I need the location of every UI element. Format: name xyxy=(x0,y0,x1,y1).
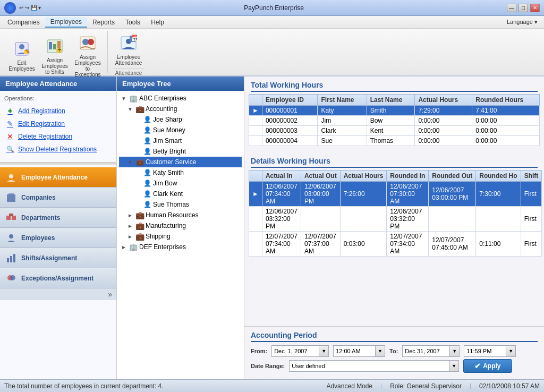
from-time-input[interactable] xyxy=(333,345,376,357)
tree-expand-shipping[interactable]: ► xyxy=(126,234,134,240)
nav-items: Employee Attendance Companies Department… xyxy=(0,167,116,379)
menu-reports[interactable]: Reports xyxy=(87,18,120,27)
show-deleted-button[interactable]: 🔍 Show Deleted Registrations xyxy=(4,143,112,156)
to-date-input-group[interactable]: ▼ xyxy=(402,345,460,357)
from-time-input-group[interactable]: ▼ xyxy=(333,345,385,357)
tree-expand-accounting[interactable]: ▼ xyxy=(126,106,134,112)
tree-folder-icon-hr: 💼 xyxy=(135,211,144,219)
from-date-dropdown-button[interactable]: ▼ xyxy=(319,345,329,357)
status-left-text: The total number of employees in current… xyxy=(4,382,164,390)
cell-rounded-in: 12/06/2007 07:30:00 AM xyxy=(387,182,429,207)
tree-expand-cs[interactable]: ▼ xyxy=(126,159,134,165)
menu-employees[interactable]: Employees xyxy=(45,17,87,28)
tree-item-clark-kent[interactable]: 👤 Clark Kent xyxy=(119,189,242,199)
table-row[interactable]: ► 12/06/2007 07:34:00 AM 12/06/2007 03:0… xyxy=(249,182,542,207)
nav-companies[interactable]: Companies xyxy=(0,188,116,208)
assign-exceptions-button[interactable]: Assign Employeesto Exceptions xyxy=(72,31,103,80)
tree-item-accounting[interactable]: ▼ 💼 Accounting xyxy=(119,104,242,114)
tree-item-abc[interactable]: ▼ 🏢 ABC Enterprises xyxy=(119,93,242,104)
tree-item-jim-smart[interactable]: 👤 Jim Smart xyxy=(119,135,242,146)
status-datetime: 02/10/2008 10:57 AM xyxy=(479,382,540,390)
tree-item-manufacturing[interactable]: ► 💼 Manufacturing xyxy=(119,220,242,231)
tree-item-sue-money[interactable]: 👤 Sue Money xyxy=(119,125,242,135)
from-time-dropdown-button[interactable]: ▼ xyxy=(376,345,385,357)
toolbar-group-attendance: 📅 EmployeeAttendance Attendance xyxy=(109,31,148,73)
tree-expand-hr[interactable]: ► xyxy=(126,212,134,218)
nav-shifts-assignment[interactable]: Shifts/Assignment xyxy=(0,248,116,268)
from-label: From: xyxy=(251,348,267,354)
tree-person-icon-katy: 👤 xyxy=(143,168,151,177)
tree-label-jim-bow: Jim Bow xyxy=(153,180,177,187)
to-time-input-group[interactable]: ▼ xyxy=(464,345,516,357)
col-actual-hours: Actual Hours xyxy=(415,95,472,106)
row-indicator xyxy=(249,232,262,257)
cell-last-name: Bow xyxy=(367,116,415,126)
table-row[interactable]: 000000004 Sue Thomas 0:00:00 0:00:00 xyxy=(249,136,540,146)
minimize-button[interactable]: — xyxy=(507,4,516,12)
tree-expand-def[interactable]: ► xyxy=(120,244,128,250)
cell-rounded-out xyxy=(429,207,476,232)
from-date-input-group[interactable]: ▼ xyxy=(271,345,329,357)
from-date-input[interactable] xyxy=(271,345,319,357)
nav-employee-attendance[interactable]: Employee Attendance xyxy=(0,167,116,188)
employee-attendance-button[interactable]: 📅 EmployeeAttendance xyxy=(113,31,144,69)
nav-more-button[interactable]: » xyxy=(0,288,116,300)
tree-item-sue-thomas[interactable]: 👤 Sue Thomas xyxy=(119,199,242,210)
table-row[interactable]: ► 000000001 Katy Smith 7:29:00 7:41:00 xyxy=(249,106,540,116)
show-deleted-icon: 🔍 xyxy=(5,144,15,154)
tree-item-joe-sharp[interactable]: 👤 Joe Sharp xyxy=(119,114,242,125)
col-rounded-ho: Rounded Ho xyxy=(476,171,521,182)
maximize-button[interactable]: □ xyxy=(518,4,528,12)
assign-shifts-button[interactable]: + Assign Employeesto Shifts xyxy=(39,34,70,78)
tree-item-human-resources[interactable]: ► 💼 Human Resources xyxy=(119,210,242,220)
table-row[interactable]: 12/07/2007 07:34:00 AM 12/07/2007 07:37:… xyxy=(249,232,542,257)
menu-help[interactable]: Help xyxy=(146,18,169,27)
details-working-hours-table: Actual In Actual Out Actual Hours Rounde… xyxy=(249,170,542,257)
nav-exceptions-assignment[interactable]: Exceptions/Assignment xyxy=(0,268,116,288)
date-range-dropdown-button[interactable]: ▼ xyxy=(449,360,459,372)
to-time-dropdown-button[interactable]: ▼ xyxy=(506,345,516,357)
tree-item-jim-bow[interactable]: 👤 Jim Bow xyxy=(119,178,242,189)
assign-shifts-icon: + xyxy=(45,37,64,56)
tree-item-customer-service[interactable]: ▼ 💼 Customer Service xyxy=(119,157,242,167)
menu-companies[interactable]: Companies xyxy=(2,18,45,27)
tree-item-def[interactable]: ► 🏢 DEF Enterprises xyxy=(119,242,242,252)
tree-container: ▼ 🏢 ABC Enterprises ▼ 💼 Accounting 👤 Joe… xyxy=(117,91,244,379)
tree-item-shipping[interactable]: ► 💼 Shipping xyxy=(119,231,242,242)
cell-employee-id: 000000002 xyxy=(262,116,318,126)
svg-rect-18 xyxy=(7,194,15,202)
tree-item-betty-bright[interactable]: 👤 Betty Bright xyxy=(119,146,242,157)
delete-registration-button[interactable]: ✕ Delete Registration xyxy=(4,130,112,143)
panel-divider[interactable] xyxy=(0,162,116,165)
svg-rect-6 xyxy=(53,44,56,49)
apply-button[interactable]: ✔ Apply xyxy=(463,359,512,373)
svg-text:📅: 📅 xyxy=(131,35,137,42)
nav-departments-icon xyxy=(5,212,17,224)
edit-employees-button[interactable]: ✎ EditEmployees xyxy=(6,37,37,74)
tree-item-katy-smith[interactable]: 👤 Katy Smith xyxy=(119,167,242,178)
toolbar-attendance-label: Attendance xyxy=(113,69,144,77)
menu-tools[interactable]: Tools xyxy=(120,18,146,27)
to-date-dropdown-button[interactable]: ▼ xyxy=(450,345,460,357)
apply-checkmark-icon: ✔ xyxy=(474,362,481,370)
to-date-input[interactable] xyxy=(402,345,450,357)
edit-registration-button[interactable]: ✎ Edit Registration xyxy=(4,117,112,130)
date-range-input-group[interactable]: ▼ xyxy=(289,360,459,372)
date-range-input[interactable] xyxy=(289,360,449,372)
to-time-input[interactable] xyxy=(464,345,506,357)
tree-expand-mfg[interactable]: ► xyxy=(126,223,134,229)
nav-departments[interactable]: Departments xyxy=(0,208,116,228)
tree-expand-abc[interactable]: ▼ xyxy=(120,96,128,101)
title-bar: ↩ ↪ 💾 ▾ PayPunch Enterprise — □ ✕ xyxy=(0,0,544,16)
employee-tree-header: Employee Tree xyxy=(117,76,244,91)
menu-bar: Companies Employees Reports Tools Help L… xyxy=(0,16,544,29)
language-button[interactable]: Language ▾ xyxy=(503,18,542,27)
add-registration-button[interactable]: + Add Registration xyxy=(4,105,112,117)
tree-label-abc: ABC Enterprises xyxy=(139,95,186,102)
nav-employees[interactable]: Employees xyxy=(0,228,116,248)
close-button[interactable]: ✕ xyxy=(530,4,540,12)
table-row[interactable]: 000000003 Clark Kent 0:00:00 0:00:00 xyxy=(249,126,540,136)
table-row[interactable]: 000000002 Jim Bow 0:00:00 0:00:00 xyxy=(249,116,540,126)
cell-actual-hours: 7:26:00 xyxy=(340,182,387,207)
table-row[interactable]: 12/06/2007 03:32:00 PM 12/06/2007 03:32:… xyxy=(249,207,542,232)
